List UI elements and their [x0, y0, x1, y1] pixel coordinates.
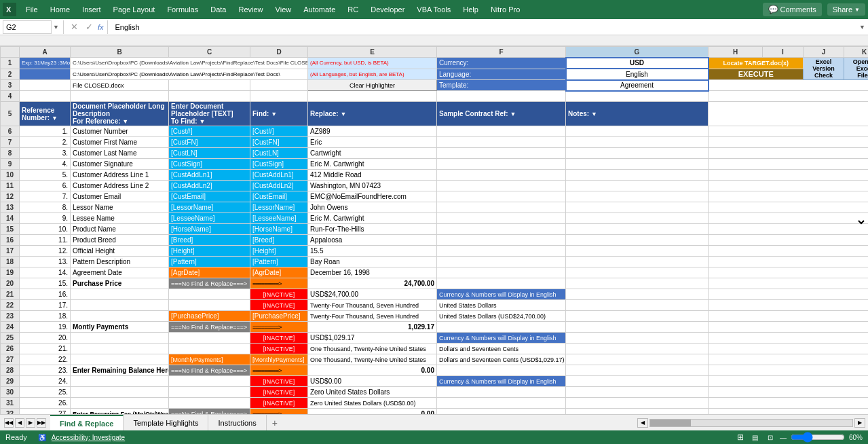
table-row: 3 File CLOSED.docx Clear Highlighter Tem…: [1, 80, 869, 91]
table-row: 6 1. Customer Number [Cust#] [Cust#] AZ9…: [1, 126, 869, 137]
cancel-formula-button[interactable]: ✕: [68, 22, 81, 32]
tab-find-replace[interactable]: Find & Replace: [50, 415, 124, 430]
menu-automate[interactable]: Automate: [298, 3, 341, 16]
confirm-formula-button[interactable]: ✓: [83, 22, 96, 32]
scroll-right-btn[interactable]: ▶: [854, 418, 865, 428]
row-num-1: 1: [1, 58, 20, 69]
cell-d4: [250, 91, 308, 102]
table-row: 14 9. Lessee Name [LesseeName] [LesseeNa…: [1, 213, 869, 224]
col-header-d[interactable]: D: [250, 47, 308, 58]
tab-instructions[interactable]: Instructions: [208, 415, 266, 430]
tab-template-highlights[interactable]: Template Highlights: [124, 415, 208, 430]
scroll-tab-back-btn[interactable]: ◀: [15, 418, 24, 428]
table-row: 20 15. Purchase Price ===No Find & Repla…: [1, 278, 869, 289]
share-button[interactable]: Share ▼: [827, 3, 865, 16]
scroll-tab-left-btn[interactable]: ◀◀: [4, 418, 14, 428]
cell-e3[interactable]: Clear Highlighter: [308, 80, 437, 91]
table-row: 12 7. Customer Email [CustEmail] [CustEm…: [1, 191, 869, 202]
cell-h2[interactable]: EXECUTE: [709, 69, 804, 80]
menu-view[interactable]: View: [270, 3, 297, 16]
expand-icon[interactable]: ▼: [53, 24, 59, 31]
col-header-h[interactable]: H: [709, 47, 763, 58]
zoom-slider[interactable]: [791, 434, 845, 441]
table-row: 13 8. Lessor Name [LessorName] [LessorNa…: [1, 202, 869, 213]
menu-insert[interactable]: Insert: [77, 3, 107, 16]
view-normal-btn[interactable]: ⊞: [735, 432, 746, 442]
view-page-break-btn[interactable]: ⊡: [765, 432, 776, 442]
col-header-row: [1, 47, 20, 58]
menu-data[interactable]: Data: [205, 3, 231, 16]
scroll-tab-right-btn[interactable]: ▶▶: [37, 418, 46, 428]
col-header-c[interactable]: C: [169, 47, 250, 58]
accessibility-text[interactable]: Accessibility: Investigate: [52, 434, 125, 441]
formula-input[interactable]: [112, 20, 858, 34]
table-row: 24 19. Montly Payments ===No Find & Repl…: [1, 322, 869, 333]
comments-button[interactable]: 💬 Comments: [763, 3, 822, 16]
table-row: 15 10. Product Name [HorseName] [HorseNa…: [1, 224, 869, 235]
menu-nitro[interactable]: Nitro Pro: [485, 3, 525, 16]
scroll-tab-forward-btn[interactable]: ▶: [26, 418, 35, 428]
menu-home[interactable]: Home: [45, 3, 75, 16]
col-header-i[interactable]: I: [763, 47, 804, 58]
table-row: 16 11. Product Breed [Breed] [Breed] App…: [1, 235, 869, 246]
col-header-b[interactable]: B: [71, 47, 169, 58]
menu-help[interactable]: Help: [457, 3, 484, 16]
table-row: 31 26. [INACTIVE] Zero United States Dol…: [1, 398, 869, 409]
scroll-left-btn[interactable]: ◀: [637, 418, 648, 428]
menu-file[interactable]: File: [20, 3, 43, 16]
cell-b5: Document Placeholder LongDescriptionFor …: [71, 102, 169, 126]
cell-f3[interactable]: Template:: [437, 80, 566, 91]
cell-k1[interactable]: OpenedExcelFiles: [844, 58, 869, 80]
cell-a4: [20, 91, 71, 102]
cell-f5: Sample Contract Ref: ▼: [437, 102, 566, 126]
menu-rc[interactable]: RC: [342, 3, 364, 16]
cell-a2[interactable]: [20, 69, 71, 80]
expand-formula-icon[interactable]: ▼: [859, 24, 865, 31]
cell-g4: [566, 91, 709, 102]
cell-e1[interactable]: (All Currency, but USD, is BETA): [308, 58, 437, 69]
menu-developer[interactable]: Developer: [365, 3, 410, 16]
cell-a3[interactable]: [20, 80, 71, 91]
cell-b1[interactable]: C:\Users\User\Dropbox\PC (Downloads\Avia…: [71, 58, 308, 69]
view-layout-btn[interactable]: ▤: [750, 432, 761, 442]
cell-f2[interactable]: Language:: [437, 69, 566, 80]
cell-g3[interactable]: Agreement: [566, 80, 709, 91]
cell-h3: [709, 80, 869, 91]
menu-vba[interactable]: VBA Tools: [411, 3, 456, 16]
cell-d5: Find: ▼: [250, 102, 308, 126]
table-row: 5 ReferenceNumber: ▼ Document Placeholde…: [1, 102, 869, 126]
table-row: 11 6. Customer Address Line 2 [CustAddLn…: [1, 181, 869, 191]
table-row: 27 22. [MonthlyPayments] [MonthlyPayment…: [1, 354, 869, 365]
col-header-j[interactable]: J: [804, 47, 844, 58]
cell-j1[interactable]: ExcelVersionCheck: [804, 58, 844, 80]
table-row: 26 21. [INACTIVE] One Thousand, Twenty-N…: [1, 344, 869, 354]
col-header-k[interactable]: K: [844, 47, 869, 58]
cell-c3[interactable]: [169, 80, 250, 91]
col-header-a[interactable]: A: [20, 47, 71, 58]
cell-b2[interactable]: C:\Users\User\Dropbox\PC (Downloads\Avia…: [71, 69, 308, 80]
menu-formulas[interactable]: Formulas: [162, 3, 204, 16]
add-sheet-button[interactable]: +: [267, 415, 283, 430]
col-header-e[interactable]: E: [308, 47, 437, 58]
cell-b3[interactable]: File CLOSED.docx: [71, 80, 169, 91]
function-icon[interactable]: fx: [98, 23, 104, 31]
cell-e5: Replace: ▼: [308, 102, 437, 126]
table-row: 9 4. Customer Signature [CustSign] [Cust…: [1, 159, 869, 170]
cell-g5: Notes: ▼: [566, 102, 709, 126]
cell-g2[interactable]: English: [566, 69, 709, 80]
cell-reference-input[interactable]: [3, 20, 52, 34]
cell-f1[interactable]: Currency:: [437, 58, 566, 69]
cell-e2[interactable]: (All Languages, but English, are BETA): [308, 69, 437, 80]
cell-b4: [71, 91, 169, 102]
cell-d3[interactable]: [250, 80, 308, 91]
col-header-f[interactable]: F: [437, 47, 566, 58]
menu-bar: X File Home Insert Page Layout Formulas …: [0, 0, 868, 19]
cell-h4: [709, 91, 869, 102]
menu-review[interactable]: Review: [233, 3, 268, 16]
cell-g1[interactable]: USD: [566, 58, 709, 69]
col-header-g[interactable]: G: [566, 47, 709, 58]
cell-h1[interactable]: Locate TARGET.doc(x): [709, 58, 804, 69]
cell-a1[interactable]: Exp: 31May23 :3MoPrch.: [20, 58, 71, 69]
menu-page-layout[interactable]: Page Layout: [108, 3, 161, 16]
horizontal-scrollbar[interactable]: [649, 419, 853, 427]
